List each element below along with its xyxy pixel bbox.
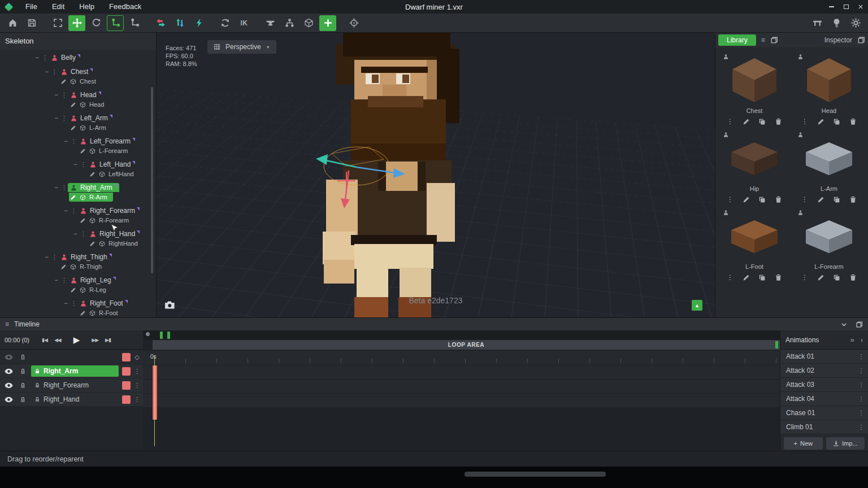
double-chevron-icon[interactable]: » [850,336,854,344]
menu-help[interactable]: Help [72,0,102,14]
play-button[interactable]: ▶ [64,335,89,345]
pencil-icon[interactable] [80,310,86,316]
bone-name[interactable]: Chest [71,68,88,76]
visibility-toggle[interactable] [2,381,16,390]
item-menu-icon[interactable]: ⋮ [727,118,734,125]
close-button[interactable] [853,0,868,14]
target-button[interactable] [345,15,362,31]
part-thumbnail[interactable] [798,132,860,185]
menu-edit[interactable]: Edit [45,0,72,14]
part-thumbnail[interactable] [724,54,785,107]
cube-mode-button[interactable] [300,15,317,31]
playhead-line[interactable] [154,355,155,446]
fast-forward-button[interactable]: ▶▶ [88,337,102,343]
delete-icon[interactable] [775,118,782,125]
menu-feedback[interactable]: Feedback [102,0,149,14]
delete-icon[interactable] [849,274,857,281]
settings-button[interactable] [847,15,864,31]
node-menu-icon[interactable]: ⋮ [70,207,77,215]
horizontal-scrollbar[interactable] [465,472,606,477]
node-menu-icon[interactable]: ⋮ [51,68,58,76]
track-right-hand[interactable]: Right_Hand [31,394,119,405]
lock-toggle[interactable] [16,354,30,360]
node-menu-icon[interactable]: ⋮ [80,230,87,238]
delete-icon[interactable] [775,274,782,281]
part-thumbnail[interactable] [798,54,860,107]
pencil-icon[interactable] [89,171,96,177]
add-bone-button[interactable] [319,15,336,31]
timeline-ruler[interactable]: 0s [143,351,780,365]
animation-menu-icon[interactable]: ⋮ [857,353,865,360]
track-right-arm[interactable]: Right_Arm [31,365,119,377]
rewind-button[interactable]: ◀◀ [51,337,64,343]
bone-name[interactable]: Belly [61,54,76,62]
track-menu-icon[interactable]: ⋮ [133,382,141,389]
mesh-name[interactable]: L-Forearm [99,147,128,154]
transform-gizmo[interactable] [313,138,414,211]
animation-item[interactable]: Attack 02 ⋮ [780,364,868,378]
animation-menu-icon[interactable]: ⋮ [857,395,865,403]
part-thumbnail[interactable] [798,210,860,263]
detach-panel-icon[interactable] [770,36,778,44]
pencil-icon[interactable] [70,287,76,293]
duplicate-icon[interactable] [758,118,766,125]
gizmo-z-arrowhead[interactable] [316,154,328,165]
track-menu-icon[interactable]: ⋮ [133,368,141,375]
minimize-button[interactable] [824,0,839,14]
import-animation-button[interactable]: Imp... [826,437,865,450]
bone-name[interactable]: Left_Hand [99,160,131,168]
animation-item[interactable]: Chase 01 ⋮ [780,406,868,420]
animation-menu-icon[interactable]: ⋮ [857,409,865,417]
refresh-button[interactable] [216,15,233,31]
node-menu-icon[interactable]: ⋮ [60,91,68,99]
collapse-toggle[interactable]: − [62,137,70,145]
bone-name[interactable]: Right_Thigh [71,253,107,261]
pencil-icon[interactable] [80,148,86,154]
edit-icon[interactable] [743,118,750,125]
menu-file[interactable]: File [18,0,45,14]
mini-toggle-icon[interactable] [146,332,150,336]
animation-item[interactable]: Attack 01 ⋮ [780,350,868,364]
edit-icon[interactable] [817,274,824,281]
pencil-icon[interactable] [70,125,76,131]
pencil-icon[interactable] [70,194,76,201]
save-button[interactable] [23,15,40,31]
move-tool-button[interactable] [68,15,85,31]
collapse-toggle[interactable]: − [33,54,41,62]
pencil-icon[interactable] [60,79,67,85]
node-menu-icon[interactable]: ⋮ [80,161,87,168]
mesh-name[interactable]: R-Forearm [99,217,129,224]
node-menu-icon[interactable]: ⋮ [70,300,77,307]
track-lane[interactable] [143,380,780,393]
library-item-hip[interactable]: Hip ⋮ [719,130,790,204]
lock-toggle[interactable] [16,368,30,374]
track-color-chip[interactable] [122,367,131,376]
part-thumbnail[interactable] [724,210,785,263]
visibility-toggle[interactable] [2,395,16,404]
track-color-chip[interactable] [122,395,131,404]
anvil-tool-button[interactable] [262,15,279,31]
node-menu-icon[interactable]: ⋮ [41,54,49,62]
collapse-toggle[interactable]: − [52,184,60,191]
screenshot-button[interactable] [164,300,175,310]
mesh-name[interactable]: Head [89,101,104,108]
new-animation-button[interactable]: + New [784,437,823,450]
mesh-name[interactable]: RightHand [108,240,138,247]
delete-icon[interactable] [849,196,857,203]
visibility-toggle[interactable] [2,367,16,376]
loop-area-bar[interactable]: LOOP AREA [153,340,780,350]
node-menu-icon[interactable]: ⋮ [60,115,68,122]
detach-panel-icon[interactable] [856,321,863,328]
node-menu-icon[interactable]: ⋮ [60,277,68,284]
edit-icon[interactable] [817,118,824,125]
bone-name[interactable]: Left_Forearm [90,137,131,145]
mesh-name[interactable]: LeftHand [108,171,134,177]
visibility-toggle[interactable] [2,353,16,361]
gizmo-rotate-ring[interactable] [324,147,389,185]
collapse-toggle[interactable]: − [52,276,60,284]
mesh-name[interactable]: L-Arm [89,124,106,131]
item-menu-icon[interactable]: ⋮ [801,196,808,203]
bone-name[interactable]: Right_Foot [90,299,123,307]
mesh-name[interactable]: R-Foot [99,310,118,316]
animation-item[interactable]: Climb 01 ⋮ [780,420,868,434]
